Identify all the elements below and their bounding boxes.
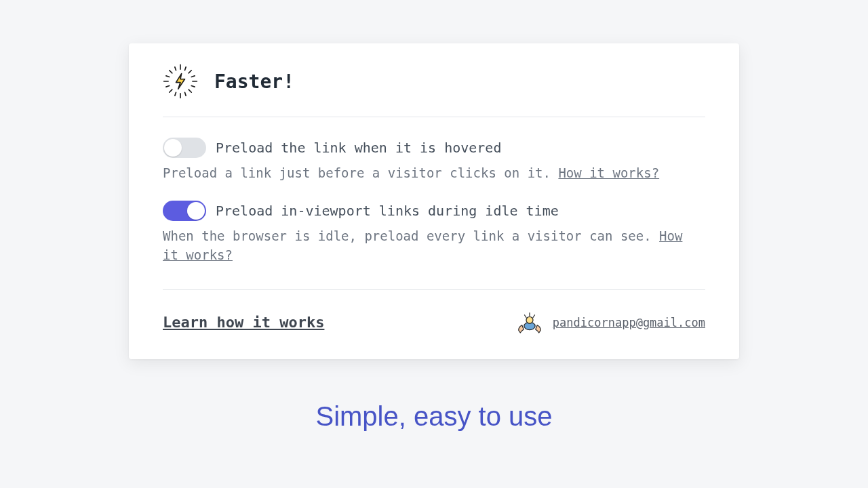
svg-line-7 xyxy=(170,89,172,92)
option-title: Preload in-viewport links during idle ti… xyxy=(216,203,559,219)
learn-how-it-works-link[interactable]: Learn how it works xyxy=(163,314,324,331)
svg-line-12 xyxy=(166,76,170,77)
option-description-text: When the browser is idle, preload every … xyxy=(163,228,659,243)
settings-card: Faster! Preload the link when it is hove… xyxy=(129,43,739,359)
option-title: Preload the link when it is hovered xyxy=(216,140,501,156)
options-section: Preload the link when it is hovered Prel… xyxy=(163,117,705,265)
option-preload-viewport: Preload in-viewport links during idle ti… xyxy=(163,201,705,265)
tagline-text: Simple, easy to use xyxy=(315,401,552,432)
svg-point-17 xyxy=(526,317,533,323)
svg-line-9 xyxy=(185,67,186,70)
option-description: Preload a link just before a visitor cli… xyxy=(163,163,705,183)
bolt-logo-icon xyxy=(163,64,198,99)
support-hands-icon xyxy=(516,309,543,336)
svg-line-8 xyxy=(175,67,176,70)
option-description: When the browser is idle, preload every … xyxy=(163,226,705,265)
svg-line-14 xyxy=(191,76,195,77)
contact-block: pandicornapp@gmail.com xyxy=(516,309,705,336)
contact-email-link[interactable]: pandicornapp@gmail.com xyxy=(553,316,705,329)
svg-line-4 xyxy=(170,70,172,73)
toggle-preload-viewport[interactable] xyxy=(163,201,206,221)
option-description-text: Preload a link just before a visitor cli… xyxy=(163,165,558,180)
option-preload-hover: Preload the link when it is hovered Prel… xyxy=(163,138,705,183)
toggle-preload-hover[interactable] xyxy=(163,138,206,158)
card-title: Faster! xyxy=(214,70,294,93)
how-it-works-link[interactable]: How it works? xyxy=(558,165,659,180)
card-header: Faster! xyxy=(163,64,705,99)
svg-line-10 xyxy=(175,92,176,96)
svg-line-13 xyxy=(166,86,170,87)
card-footer: Learn how it works pandicornapp@gmail.co… xyxy=(163,290,705,336)
svg-line-15 xyxy=(191,86,195,87)
svg-line-11 xyxy=(185,92,186,96)
svg-line-6 xyxy=(189,70,191,73)
svg-line-5 xyxy=(189,89,191,92)
